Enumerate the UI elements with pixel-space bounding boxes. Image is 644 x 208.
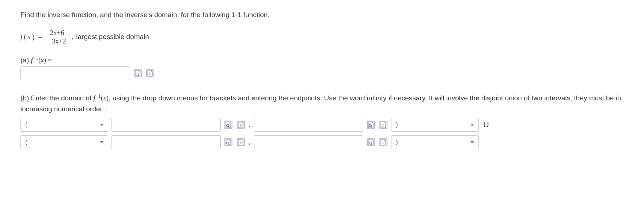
preview-icon[interactable] <box>224 138 233 147</box>
interval-comma-2: , <box>249 139 251 146</box>
part-b-suffix: , using the drop down menus for brackets… <box>20 95 621 113</box>
part-a-exp: −1 <box>33 55 38 61</box>
svg-text:P: P <box>239 140 242 145</box>
preview-icon[interactable] <box>133 69 143 78</box>
part-a-x: x <box>41 56 43 64</box>
close-bracket-select-2[interactable]: ) <box>391 135 479 149</box>
open-bracket-select-1[interactable]: ( <box>20 118 108 132</box>
union-symbol: U <box>482 120 490 130</box>
svg-text:P: P <box>382 140 384 145</box>
lower-endpoint-input-1[interactable] <box>111 118 221 132</box>
interval-comma-1: , <box>249 121 251 128</box>
part-b-exp: −1 <box>95 93 101 99</box>
fn-eq: = <box>38 33 42 41</box>
fraction-denominator: −3x+2 <box>47 37 67 45</box>
help-icon[interactable]: P <box>379 120 388 130</box>
preview-icon[interactable] <box>366 120 376 130</box>
help-icon[interactable]: P <box>379 138 388 147</box>
fn-close: ) <box>32 33 34 41</box>
close-bracket-2-value: ) <box>396 139 398 146</box>
part-b-prefix: (b) Enter the domain of <box>20 95 94 102</box>
fraction-numerator: 2x+6 <box>49 29 65 37</box>
part-a-answer-row: P <box>20 66 624 80</box>
fraction: 2x+6 −3x+2 <box>47 29 67 45</box>
preview-icon[interactable] <box>224 120 233 130</box>
close-bracket-select-1[interactable]: ) <box>391 118 479 132</box>
svg-text:P: P <box>239 123 242 127</box>
svg-text:P: P <box>382 123 384 127</box>
fn-x: x <box>28 33 31 41</box>
chevron-down-icon <box>470 141 474 143</box>
close-bracket-1-value: ) <box>396 121 398 128</box>
fn-open: ( <box>24 33 26 41</box>
help-icon[interactable]: P <box>236 138 246 147</box>
part-b-text: (b) Enter the domain of f−1(x), using th… <box>20 92 624 114</box>
upper-endpoint-input-2[interactable] <box>254 135 363 149</box>
svg-text:P: P <box>149 72 151 76</box>
question-intro: Find the inverse function, and the inver… <box>20 11 624 19</box>
help-icon[interactable]: P <box>145 69 155 78</box>
part-a-input[interactable] <box>20 66 130 80</box>
fn-trail-comma: , <box>71 33 73 41</box>
help-icon[interactable]: P <box>236 120 246 130</box>
chevron-down-icon <box>100 141 103 143</box>
fn-f: f <box>20 33 22 41</box>
part-b-x: x <box>103 95 106 102</box>
function-definition: f (x) = 2x+6 −3x+2 , largest possible do… <box>20 29 624 45</box>
chevron-down-icon <box>470 124 474 126</box>
part-a-eq: = <box>46 56 52 64</box>
part-a-prefix: (a) <box>20 56 31 64</box>
open-bracket-2-value: ( <box>25 139 27 146</box>
part-a-label: (a) f−1(x) = <box>20 55 624 64</box>
interval-row-1: ( P , P ) U <box>20 118 624 132</box>
upper-endpoint-input-1[interactable] <box>254 118 363 132</box>
preview-icon[interactable] <box>366 138 376 147</box>
interval-row-2: ( P , P ) <box>20 135 624 149</box>
chevron-down-icon <box>100 124 103 126</box>
open-bracket-1-value: ( <box>25 121 27 128</box>
open-bracket-select-2[interactable]: ( <box>20 135 108 149</box>
lower-endpoint-input-2[interactable] <box>111 135 221 149</box>
fn-trail-text: largest possible domain <box>76 33 149 41</box>
